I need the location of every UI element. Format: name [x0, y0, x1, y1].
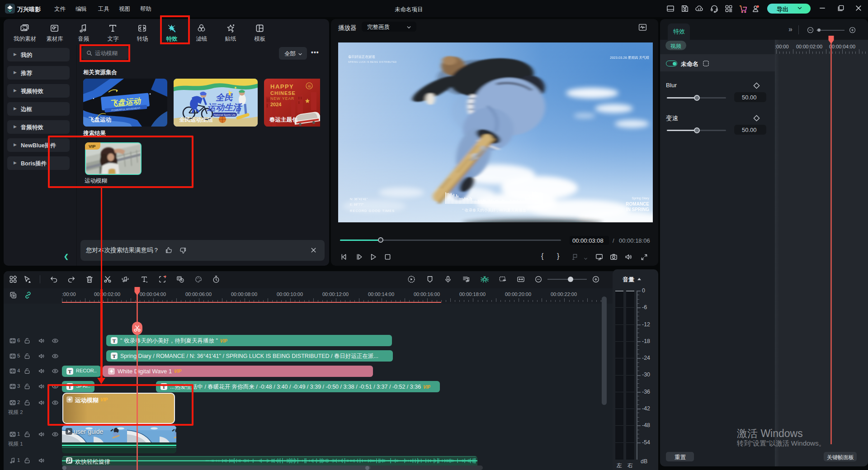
svg-text:National Sports Life: National Sports Life — [214, 113, 236, 116]
svg-text:N: 36°41'41": N: 36°41'41" — [350, 197, 368, 201]
svg-text:春日好运正在派送: 春日好运正在派送 — [348, 55, 376, 59]
svg-text:IN SPRING: IN SPRING — [626, 207, 649, 212]
svg-text:HAPPY: HAPPY — [270, 83, 294, 90]
svg-text:E: 99°7'7": E: 99°7'7" — [350, 203, 364, 206]
svg-text:CHINESE: CHINESE — [270, 90, 296, 96]
svg-text:飞盘运动: 飞盘运动 — [89, 117, 112, 123]
svg-text:福: 福 — [308, 85, 311, 88]
svg-text:全民: 全民 — [216, 93, 233, 102]
svg-text:SPRING LUCK IS BEING DISTRIBUT: SPRING LUCK IS BEING DISTRIBUTED — [348, 61, 397, 63]
svg-text:Spring Diary: Spring Diary — [632, 197, 649, 200]
svg-text:春运主题包: 春运主题包 — [269, 117, 298, 123]
svg-text:NEW YEAR: NEW YEAR — [270, 96, 294, 101]
svg-text:运动生活: 运动生活 — [207, 103, 243, 112]
svg-text:2024: 2024 — [270, 102, 282, 107]
svg-text:" 收录春天的小美好，待到夏天再播放 ": " 收录春天的小美好，待到夏天再播放 " — [462, 208, 529, 212]
svg-text:RECORD GOOD TIMES: RECORD GOOD TIMES — [350, 209, 395, 213]
svg-text:全民运动生活: 全民运动生活 — [179, 117, 213, 123]
svg-text:ROMANCE: ROMANCE — [626, 202, 649, 207]
svg-text:2023.03.26 星期四 天气晴: 2023.03.26 星期四 天气晴 — [610, 56, 649, 60]
